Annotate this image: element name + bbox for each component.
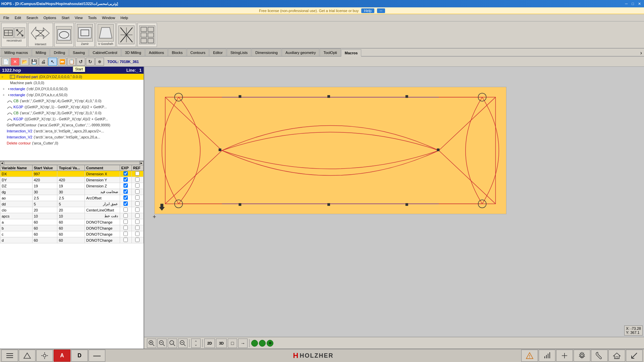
bottom-btn-wrench[interactable]	[591, 350, 608, 362]
new-file-btn[interactable]: 📄	[1, 58, 10, 66]
tree-item-10[interactable]: Intersection_V2 ('arcb','arca_cutter','I…	[0, 134, 144, 140]
tab-sawing[interactable]: Sawing	[69, 49, 89, 56]
bottom-btn-plus[interactable]	[556, 350, 573, 362]
var-ref-dx[interactable]	[131, 171, 143, 177]
tab-string-lists[interactable]: StringLists	[227, 49, 251, 56]
var-row-dd[interactable]: dd 5 5 عمق ابزار	[0, 201, 144, 207]
menu-edit[interactable]: Edit	[12, 15, 24, 20]
var-ref-a[interactable]	[131, 219, 143, 225]
bottom-btn-warning[interactable]	[521, 350, 538, 362]
bottom-btn-d[interactable]: D	[71, 350, 88, 362]
var-exp-c[interactable]	[120, 231, 131, 237]
help-button[interactable]: Help	[361, 8, 374, 13]
var-ref-b[interactable]	[131, 225, 143, 231]
bottom-btn-diagonal[interactable]	[626, 350, 643, 362]
menu-help[interactable]: Help	[118, 15, 131, 20]
zoom-out-btn[interactable]	[157, 339, 167, 348]
view-arrow-btn[interactable]: →	[238, 339, 248, 348]
zoom-in-btn[interactable]	[147, 339, 156, 348]
minimize-button[interactable]: ─	[624, 1, 630, 6]
tab-macros[interactable]: Macros	[341, 49, 362, 57]
scroll-left[interactable]: ◂	[0, 161, 4, 165]
var-ref-apcs[interactable]	[131, 213, 143, 219]
shape-btn1[interactable]	[56, 26, 72, 44]
var-exp-dy[interactable]	[120, 177, 131, 183]
view-box-btn[interactable]: □	[228, 339, 237, 348]
var-exp-b[interactable]	[120, 225, 131, 231]
var-exp-dz[interactable]	[120, 183, 131, 189]
point-green-btn[interactable]	[251, 340, 258, 347]
var-row-a[interactable]: a 60 60 DONOTChange	[0, 219, 144, 225]
point-green2-btn[interactable]	[259, 340, 266, 347]
shape-btn5[interactable]	[139, 25, 155, 44]
tree-item-5[interactable]: KG3P ((GetKP_X('ctp',1) - GetKP_X('ctp',…	[0, 104, 144, 110]
var-row-b[interactable]: b 60 60 DONOTChange	[0, 225, 144, 231]
shape-btn4[interactable]	[118, 25, 135, 44]
var-exp-clo[interactable]	[120, 207, 131, 213]
settings-circle-btn[interactable]: ⚙	[267, 340, 273, 347]
bottom-btn-a[interactable]: A	[54, 350, 70, 362]
bottom-btn-menu[interactable]	[1, 350, 18, 362]
tree-item-8[interactable]: GetPartOfContour ('arca',GetKP_X('arca_C…	[0, 122, 144, 128]
tab-contours[interactable]: Contours	[187, 49, 209, 56]
cursor-btn[interactable]: ↖	[48, 58, 57, 66]
var-ref-dg[interactable]	[131, 189, 143, 195]
bottom-btn-dash[interactable]: —	[89, 350, 105, 362]
var-ref-c[interactable]	[131, 231, 143, 237]
menu-file[interactable]: File	[1, 15, 12, 20]
tab-cabinet-control[interactable]: CabinetControl	[89, 49, 121, 56]
shape-btn3[interactable]	[98, 24, 114, 42]
tree-item-6[interactable]: CB ('arca','',GetKP_X('ctp',3),GetKP_Y('…	[0, 110, 144, 116]
tab-blocks[interactable]: Blocks	[168, 49, 186, 56]
pan-btn[interactable]	[191, 339, 201, 348]
shape-btn2[interactable]	[77, 24, 93, 42]
reconstruct-btn2[interactable]	[14, 27, 25, 38]
tab-3d-milling[interactable]: 3D Milling	[121, 49, 145, 56]
tree-item-2[interactable]: + • rectangle ('ctb',DX,DY,0,0,0,0,50,0)	[0, 86, 144, 92]
copy-btn[interactable]: 📋	[67, 58, 76, 66]
minimize-license[interactable]: ─	[377, 8, 385, 13]
close-file-btn[interactable]: ✕	[11, 58, 19, 66]
var-ref-clo[interactable]	[131, 207, 143, 213]
tab-auxiliary-geometry[interactable]: Auxiliary geometry	[282, 49, 319, 56]
tab-expand[interactable]: ›	[640, 50, 643, 56]
open-file-btn[interactable]: 📂	[20, 58, 29, 66]
tree-item-1[interactable]: Machine park (3,0,0)	[0, 80, 144, 86]
bottom-btn-settings[interactable]	[36, 350, 53, 362]
var-ref-ao[interactable]	[131, 195, 143, 201]
bottom-btn-home[interactable]	[608, 350, 625, 362]
var-exp-ao[interactable]	[120, 195, 131, 201]
tab-additions[interactable]: Additions	[145, 49, 168, 56]
var-exp-a[interactable]	[120, 219, 131, 225]
tree-item-9[interactable]: Intersection_V2 ('arcb','arca_b','IntSpl…	[0, 128, 144, 134]
tab-milling[interactable]: Milling	[32, 49, 50, 56]
redo-btn[interactable]: ↻	[86, 58, 95, 66]
var-row-dz[interactable]: DZ 19 19 Dimension Z	[0, 183, 144, 189]
var-exp-apcs[interactable]	[120, 213, 131, 219]
zoom-select-btn[interactable]	[178, 339, 187, 348]
scroll-right[interactable]: ▸	[140, 161, 144, 165]
tree-item-3[interactable]: + • rectangle ('ctp',DX,DY,a,b,c,d,50,0)	[0, 92, 144, 98]
menu-tools[interactable]: Tools	[85, 15, 99, 20]
tree-item-11[interactable]: Delete contour ('arca_Cutter',0)	[0, 140, 144, 146]
tree-item-7[interactable]: KG3P (((GetKP_X('ctp',1) - GetKP_X('ctp'…	[0, 116, 144, 122]
var-exp-d[interactable]	[120, 237, 131, 243]
var-exp-dd[interactable]	[120, 201, 131, 207]
var-row-dx[interactable]: DX 997 Dimension X	[0, 171, 144, 177]
tree-item-4[interactable]: CB ('arcb','',GetKP_X('ctp',4),GetKP_Y('…	[0, 98, 144, 104]
view-3d-btn[interactable]: 3D	[216, 339, 227, 348]
tree-hscroll[interactable]: ◂ ▸	[0, 161, 144, 165]
var-row-clo[interactable]: clo 20 20 CenterLineOffset	[0, 207, 144, 213]
tree-item-0[interactable]: + Finished part (DX,DY,DZ,0,0,0,0,".0.0.…	[0, 74, 144, 80]
save-file-btn[interactable]: 💾	[30, 58, 38, 66]
var-row-dg[interactable]: dg 30 30 ضخامت فید	[0, 189, 144, 195]
maximize-button[interactable]: □	[630, 1, 636, 6]
tab-drilling[interactable]: Drilling	[50, 49, 69, 56]
bottom-btn-gear[interactable]	[574, 350, 590, 362]
tab-editor[interactable]: Editor	[209, 49, 226, 56]
code-tree[interactable]: + Finished part (DX,DY,DZ,0,0,0,0,".0.0.…	[0, 74, 144, 161]
var-row-dy[interactable]: DY 420 420 Dimension Y	[0, 177, 144, 183]
zoom-fit-btn[interactable]: ⊕	[95, 58, 104, 66]
reconstruct-btn1[interactable]	[3, 27, 14, 38]
undo-btn[interactable]: ↺	[76, 58, 85, 66]
